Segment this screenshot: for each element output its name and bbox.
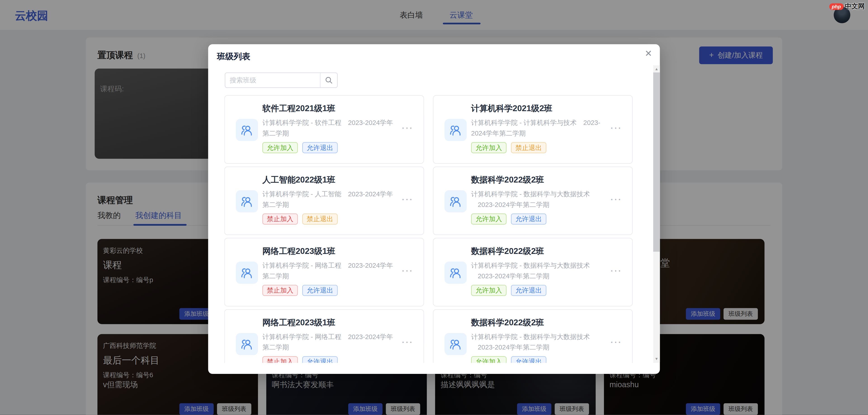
class-tag: 允许加入 — [471, 142, 507, 153]
more-icon[interactable]: ··· — [402, 338, 413, 347]
class-tag: 允许退出 — [302, 356, 338, 363]
class-name: 计算机科学2021级2班 — [471, 103, 552, 114]
class-tag: 禁止加入 — [262, 285, 298, 296]
class-dept: 计算机科学学院 - 数据科学与大数据技术 — [471, 333, 590, 341]
class-name: 网络工程2023级1班 — [262, 246, 336, 257]
class-card[interactable]: 计算机科学2021级2班 计算机科学学院 - 计算机科学与技术2023-2024… — [433, 95, 633, 164]
class-search — [225, 72, 338, 88]
class-name: 人工智能2022级1班 — [262, 175, 336, 185]
scrollbar-thumb[interactable] — [653, 72, 660, 252]
class-subtitle: 计算机科学学院 - 软件工程2023-2024学年第二学期 — [262, 118, 399, 139]
class-card[interactable]: 网络工程2023级1班 计算机科学学院 - 网络工程2023-2024学年第二学… — [224, 238, 424, 307]
class-tags: 允许加入禁止退出 — [471, 142, 547, 153]
more-icon[interactable]: ··· — [402, 195, 413, 204]
class-subtitle: 计算机科学学院 - 网络工程2023-2024学年第二学期 — [262, 261, 399, 281]
class-subtitle: 计算机科学学院 - 网络工程2023-2024学年第二学期 — [262, 332, 399, 353]
class-avatar — [236, 119, 258, 141]
class-dept: 计算机科学学院 - 人工智能 — [262, 190, 341, 198]
class-tags: 允许加入允许退出 — [471, 356, 547, 363]
class-name: 网络工程2023级1班 — [262, 317, 336, 328]
class-tags: 允许加入允许退出 — [471, 213, 547, 224]
class-list-modal: 班级列表 ✕ 软件工程2021级1班 计算机科学学院 - 软 — [208, 44, 660, 374]
modal-scrollbar[interactable]: ▲ ▼ — [653, 65, 660, 363]
class-card[interactable]: 数据科学2022级2班 计算机科学学院 - 数据科学与大数据技术2023-202… — [433, 309, 633, 363]
more-icon[interactable]: ··· — [402, 123, 413, 133]
php-badge: php — [829, 3, 844, 9]
users-icon — [448, 194, 463, 209]
class-subtitle: 计算机科学学院 - 数据科学与大数据技术2023-2024学年第二学期 — [471, 189, 607, 210]
search-input[interactable] — [225, 73, 320, 88]
users-icon — [448, 266, 463, 280]
class-avatar — [444, 190, 467, 212]
more-icon[interactable]: ··· — [611, 123, 622, 133]
class-tag: 允许加入 — [471, 285, 507, 296]
class-semester: 2023-2024学年第二学期 — [478, 272, 550, 280]
class-tag: 允许退出 — [511, 213, 547, 224]
class-name: 数据科学2022级2班 — [471, 317, 544, 328]
class-card[interactable]: 数据科学2022级2班 计算机科学学院 - 数据科学与大数据技术2023-202… — [433, 238, 633, 307]
class-name: 数据科学2022级2班 — [471, 246, 544, 257]
scroll-up-icon[interactable]: ▲ — [653, 65, 660, 72]
class-tag: 允许退出 — [511, 285, 547, 296]
class-subtitle: 计算机科学学院 - 数据科学与大数据技术2023-2024学年第二学期 — [471, 332, 607, 353]
class-card[interactable]: 人工智能2022级1班 计算机科学学院 - 人工智能2023-2024学年第二学… — [224, 167, 424, 235]
watermark-text: 中文网 — [845, 2, 865, 11]
class-avatar — [236, 333, 258, 355]
more-icon[interactable]: ··· — [611, 195, 622, 204]
class-tag: 允许退出 — [302, 142, 338, 153]
class-avatar — [444, 262, 467, 284]
class-name: 软件工程2021级1班 — [262, 103, 336, 114]
class-tag: 允许加入 — [471, 213, 507, 224]
users-icon — [240, 123, 254, 137]
search-button[interactable] — [320, 73, 337, 88]
class-tag: 禁止加入 — [262, 213, 298, 224]
class-grid: 软件工程2021级1班 计算机科学学院 - 软件工程2023-2024学年第二学… — [224, 95, 633, 363]
class-tag: 禁止退出 — [302, 213, 338, 224]
users-icon — [448, 123, 463, 137]
class-tag: 禁止加入 — [262, 356, 298, 363]
php-cn-watermark: php 中文网 — [829, 2, 865, 11]
class-avatar — [236, 262, 258, 284]
class-tag: 允许加入 — [262, 142, 298, 153]
viewport: 云校园 表白墙 云课堂 置顶课程(1) +创建/加入课程 课程码: 课程管理 我… — [0, 0, 868, 415]
class-card[interactable]: 网络工程2023级1班 计算机科学学院 - 网络工程2023-2024学年第二学… — [224, 309, 424, 363]
search-icon — [325, 76, 333, 84]
close-icon[interactable]: ✕ — [645, 48, 652, 59]
class-tags: 禁止加入允许退出 — [262, 285, 338, 296]
class-tags: 禁止加入允许退出 — [262, 356, 338, 363]
class-subtitle: 计算机科学学院 - 数据科学与大数据技术2023-2024学年第二学期 — [471, 261, 607, 281]
class-dept: 计算机科学学院 - 数据科学与大数据技术 — [471, 190, 590, 198]
class-name: 数据科学2022级2班 — [471, 175, 544, 185]
class-semester: 2023-2024学年第二学期 — [478, 201, 550, 209]
class-dept: 计算机科学学院 - 网络工程 — [262, 333, 341, 341]
class-tags: 允许加入允许退出 — [262, 142, 338, 153]
users-icon — [240, 337, 254, 351]
class-avatar — [236, 190, 258, 212]
class-tags: 禁止加入禁止退出 — [262, 213, 338, 224]
class-tag: 允许加入 — [471, 356, 507, 363]
class-tag: 允许退出 — [302, 285, 338, 296]
class-dept: 计算机科学学院 - 数据科学与大数据技术 — [471, 262, 590, 269]
users-icon — [240, 194, 254, 209]
more-icon[interactable]: ··· — [611, 338, 622, 347]
more-icon[interactable]: ··· — [402, 266, 413, 276]
class-tag: 禁止退出 — [511, 142, 547, 153]
scroll-down-icon[interactable]: ▼ — [653, 355, 660, 362]
class-dept: 计算机科学学院 - 计算机科学与技术 — [471, 119, 577, 127]
class-tags: 允许加入允许退出 — [471, 285, 547, 296]
class-card[interactable]: 数据科学2022级2班 计算机科学学院 - 数据科学与大数据技术2023-202… — [433, 167, 633, 235]
users-icon — [240, 266, 254, 280]
class-tag: 允许退出 — [511, 356, 547, 363]
class-dept: 计算机科学学院 - 软件工程 — [262, 119, 341, 127]
class-avatar — [444, 333, 467, 355]
class-dept: 计算机科学学院 - 网络工程 — [262, 262, 341, 269]
class-card[interactable]: 软件工程2021级1班 计算机科学学院 - 软件工程2023-2024学年第二学… — [224, 95, 424, 164]
users-icon — [448, 337, 463, 351]
class-semester: 2023-2024学年第二学期 — [478, 343, 550, 351]
class-avatar — [444, 119, 467, 141]
more-icon[interactable]: ··· — [611, 266, 622, 276]
modal-title: 班级列表 — [217, 51, 250, 62]
class-subtitle: 计算机科学学院 - 计算机科学与技术2023-2024学年第二学期 — [471, 118, 607, 139]
class-subtitle: 计算机科学学院 - 人工智能2023-2024学年第二学期 — [262, 189, 399, 210]
